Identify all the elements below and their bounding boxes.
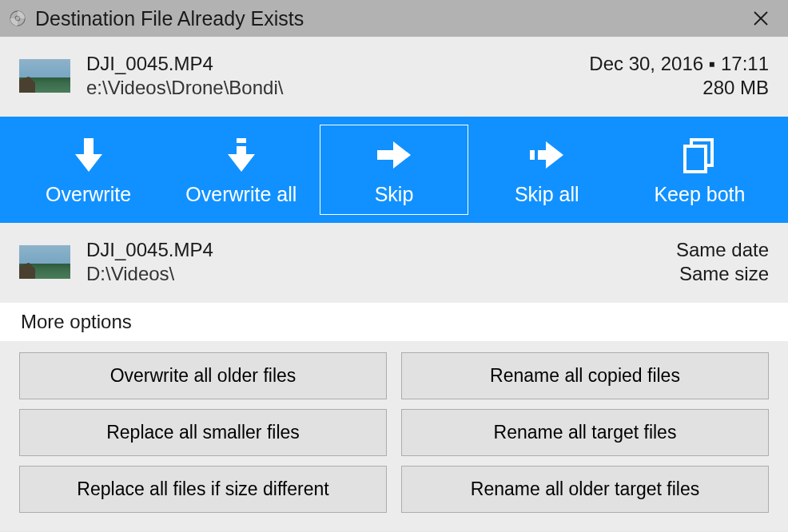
svg-rect-6 [237,138,246,143]
dest-file-date: Same date [676,239,769,261]
source-file-name: DJI_0045.MP4 [86,53,589,75]
source-file-text: DJI_0045.MP4 e:\Videos\Drone\Bondi\ [86,53,589,99]
more-options-header: More options [0,303,788,341]
skip-all-button[interactable]: Skip all [473,125,621,215]
dest-file-row: DJI_0045.MP4 D:\Videos\ Same date Same s… [0,223,788,303]
keep-both-button[interactable]: Keep both [626,125,774,215]
arrow-right-icon [374,133,414,177]
replace-smaller-button[interactable]: Replace all smaller files [19,409,387,456]
source-file-meta: Dec 30, 2016 ▪ 17:11 280 MB [589,53,769,99]
source-file-row: DJI_0045.MP4 e:\Videos\Drone\Bondi\ Dec … [0,37,788,117]
svg-marker-10 [393,141,411,169]
app-disc-icon [6,7,29,30]
dest-file-text: DJI_0045.MP4 D:\Videos\ [86,239,676,285]
more-options-grid: Overwrite all older files Rename all cop… [0,341,788,530]
overwrite-all-label: Overwrite all [185,183,296,206]
window-title: Destination File Already Exists [35,7,746,30]
svg-rect-9 [377,150,395,160]
dest-file-meta: Same date Same size [676,239,769,285]
rename-older-target-button[interactable]: Rename all older target files [401,466,769,513]
titlebar: Destination File Already Exists [0,0,788,37]
rename-copied-button[interactable]: Rename all copied files [401,352,769,399]
overwrite-all-button[interactable]: Overwrite all [167,125,315,215]
svg-point-1 [15,16,20,21]
svg-rect-4 [84,138,94,156]
skip-label: Skip [375,183,414,206]
svg-marker-5 [75,154,102,172]
overwrite-older-button[interactable]: Overwrite all older files [19,352,387,399]
overwrite-label: Overwrite [46,183,131,206]
dest-file-size: Same size [676,263,769,285]
close-button[interactable] [746,4,775,33]
replace-diff-button[interactable]: Replace all files if size different [19,466,387,513]
skip-all-label: Skip all [515,183,579,206]
svg-rect-11 [530,150,535,160]
copy-icon [679,133,719,177]
skip-button[interactable]: Skip [320,125,468,215]
rename-target-button[interactable]: Rename all target files [401,409,769,456]
svg-marker-8 [228,154,255,172]
keep-both-label: Keep both [654,183,745,206]
dest-file-name: DJI_0045.MP4 [86,239,676,261]
dest-file-path: D:\Videos\ [86,263,676,285]
close-icon [754,11,768,26]
svg-marker-13 [546,141,563,169]
source-file-date: Dec 30, 2016 ▪ 17:11 [589,53,769,75]
arrow-down-dashed-icon [221,133,261,177]
dest-thumbnail [19,245,70,279]
overwrite-button[interactable]: Overwrite [14,125,162,215]
svg-rect-15 [685,146,706,172]
arrow-down-icon [69,133,109,177]
source-file-path: e:\Videos\Drone\Bondi\ [86,77,589,99]
source-file-size: 280 MB [589,77,769,99]
primary-actions: Overwrite Overwrite all Skip [0,117,788,223]
arrow-right-dashed-icon [527,133,567,177]
source-thumbnail [19,59,70,93]
